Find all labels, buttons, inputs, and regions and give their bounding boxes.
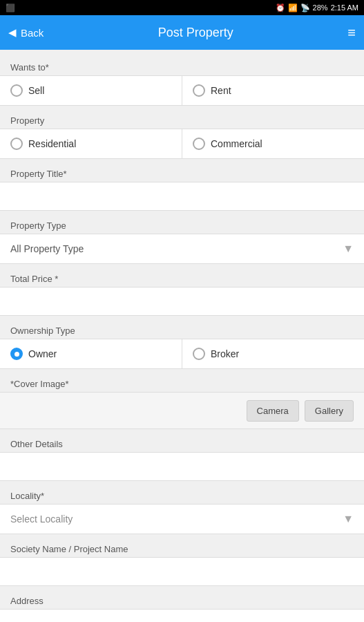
- wants-to-label: Wants to*: [0, 57, 364, 75]
- other-details-label: Other Details: [0, 433, 364, 452]
- total-price-wrapper: [0, 287, 364, 316]
- rent-radio[interactable]: [193, 84, 205, 97]
- wifi-icon: 📶: [288, 3, 298, 12]
- owner-label: Owner: [28, 348, 57, 359]
- property-type-arrow-icon: ▼: [343, 243, 354, 255]
- cover-image-label: *Cover Image*: [0, 373, 364, 392]
- property-commercial[interactable]: Commercial: [182, 129, 364, 158]
- society-name-label: Society Name / Project Name: [0, 538, 364, 557]
- gallery-button[interactable]: Gallery: [305, 400, 354, 422]
- society-name-input[interactable]: [10, 558, 354, 585]
- ownership-owner[interactable]: Owner: [0, 339, 182, 368]
- property-type-value: All Property Type: [10, 243, 84, 254]
- address-input[interactable]: [10, 610, 354, 622]
- locality-arrow-icon: ▼: [343, 513, 354, 525]
- rent-label: Rent: [211, 85, 231, 96]
- locality-value: Select Locality: [10, 513, 73, 525]
- time-display: 2:15 AM: [331, 3, 358, 12]
- broker-label: Broker: [211, 348, 239, 359]
- other-details-wrapper: [0, 452, 364, 481]
- wants-to-group: Sell Rent: [0, 75, 364, 106]
- alarm-icon: ⏰: [276, 3, 285, 12]
- sell-label: Sell: [28, 85, 44, 96]
- menu-button[interactable]: ≡: [347, 25, 356, 41]
- property-residential[interactable]: Residential: [0, 129, 182, 158]
- back-arrow-icon: ◀: [8, 26, 17, 39]
- property-title-wrapper: [0, 182, 364, 211]
- battery-text: 28%: [313, 3, 328, 12]
- locality-label: Locality*: [0, 485, 364, 504]
- other-details-input[interactable]: [10, 453, 354, 480]
- sell-radio[interactable]: [10, 84, 23, 97]
- cover-image-wrapper: Camera Gallery: [0, 392, 364, 429]
- top-nav: ◀ Back Post Property ≡: [0, 15, 364, 50]
- ownership-type-group: Owner Broker: [0, 339, 364, 369]
- broker-radio[interactable]: [193, 348, 205, 360]
- signal-icon: 📡: [300, 3, 310, 12]
- property-type-label: Property Type: [0, 215, 364, 234]
- wants-to-sell[interactable]: Sell: [0, 76, 182, 105]
- form-content: Wants to* Sell Rent Property Residential…: [0, 50, 364, 622]
- property-title-label: Property Title*: [0, 163, 364, 182]
- commercial-label: Commercial: [211, 138, 262, 149]
- property-label: Property: [0, 110, 364, 129]
- status-bar-right: ⏰ 📶 📡 28% 2:15 AM: [276, 3, 358, 12]
- address-label: Address: [0, 590, 364, 609]
- status-bar: ⬛ ⏰ 📶 📡 28% 2:15 AM: [0, 0, 364, 15]
- locality-dropdown[interactable]: Select Locality ▼: [0, 504, 364, 534]
- address-wrapper: [0, 609, 364, 622]
- wants-to-rent[interactable]: Rent: [182, 76, 364, 105]
- society-name-wrapper: [0, 557, 364, 586]
- total-price-label: Total Price *: [0, 268, 364, 287]
- property-title-input[interactable]: [10, 182, 354, 210]
- camera-button[interactable]: Camera: [247, 400, 299, 422]
- property-type-dropdown[interactable]: All Property Type ▼: [0, 234, 364, 264]
- owner-radio[interactable]: [10, 348, 23, 360]
- residential-label: Residential: [28, 138, 76, 149]
- back-label: Back: [21, 27, 44, 39]
- residential-radio[interactable]: [10, 138, 23, 150]
- status-bar-left: ⬛: [6, 3, 15, 12]
- ownership-type-label: Ownership Type: [0, 320, 364, 339]
- page-title: Post Property: [158, 26, 233, 40]
- back-button[interactable]: ◀ Back: [8, 26, 44, 39]
- total-price-input[interactable]: [10, 288, 354, 315]
- property-group: Residential Commercial: [0, 129, 364, 159]
- screenshot-icon: ⬛: [6, 3, 15, 12]
- ownership-broker[interactable]: Broker: [182, 339, 364, 368]
- commercial-radio[interactable]: [193, 138, 205, 150]
